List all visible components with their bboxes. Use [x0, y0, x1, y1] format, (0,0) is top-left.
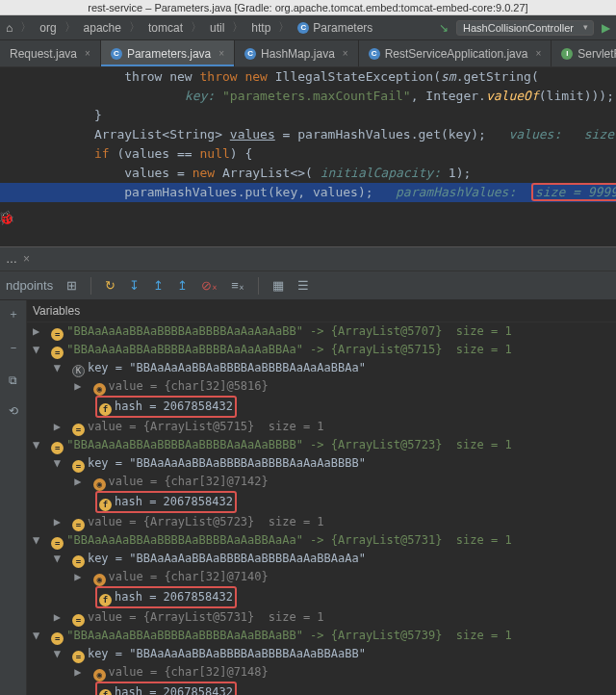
expand-icon[interactable]: ▶: [54, 608, 65, 627]
map-entry[interactable]: ▼ ="BBAaAaAaBBAaBBBBAaBBBBAaAaAaBBBB" ->…: [33, 436, 616, 454]
map-entry[interactable]: ▼ ="BBAaAaAaBBAaBBBBAaBBBBAaAaAaBBAa" ->…: [33, 341, 616, 359]
window-title: rest-service – Parameters.java [Gradle: …: [0, 0, 616, 15]
code-text: = paramHashValues.get(key);: [275, 127, 509, 142]
collapse-icon[interactable]: ▼: [54, 550, 65, 568]
code-text: valueOf: [486, 89, 539, 103]
tab-servlet[interactable]: IServletRequest.java: [552, 40, 616, 66]
crumb-class[interactable]: Parameters: [313, 21, 372, 35]
restart-icon[interactable]: ↻: [105, 278, 116, 293]
expand-icon[interactable]: ▶: [33, 322, 44, 341]
tree-item[interactable]: ▶ =value = {ArrayList@5715} size = 1: [33, 418, 616, 436]
code-text: (: [433, 69, 441, 84]
map-entry[interactable]: ▶ ="BBAaAaAaBBAaBBBBAaBBBBAaAaAaAaBB" ->…: [33, 322, 616, 341]
collapse-icon[interactable]: ▼: [33, 627, 44, 645]
step-into-icon[interactable]: ↥: [153, 278, 164, 293]
variables-tree[interactable]: ▶ ="BBAaAaAaBBAaBBBBAaBBBBAaAaAaAaBB" ->…: [0, 322, 616, 695]
breakpoint-icon[interactable]: 🐞: [0, 208, 14, 227]
tree-item[interactable]: fhash = 2067858432: [33, 396, 616, 418]
tree-item[interactable]: ▶ =value = {ArrayList@5731} size = 1: [33, 608, 616, 627]
chevron-right-icon: 〉: [16, 19, 36, 36]
collapse-icon[interactable]: ▼: [33, 341, 44, 359]
code-hint: initialCapacity:: [321, 166, 449, 180]
code-text: .getString(: [456, 69, 539, 84]
separator: [90, 277, 91, 295]
debug-toolbar: ndpoints ⊞ ↻ ↧ ↥ ↥ ⊘ₓ ≡ₓ ▦ ☰: [0, 271, 616, 300]
evaluate-icon[interactable]: ≡ₓ: [231, 278, 244, 293]
breadcrumb: ⌂ 〉 org 〉 apache 〉 tomcat 〉 util 〉 http …: [0, 15, 616, 40]
remove-watch-icon[interactable]: －: [8, 340, 19, 356]
add-watch-icon[interactable]: ＋: [8, 306, 19, 322]
entry-icon: =: [72, 424, 85, 436]
home-icon[interactable]: ⌂: [6, 21, 13, 35]
collapse-icon[interactable]: ▼: [54, 454, 65, 473]
crumb-tomcat[interactable]: tomcat: [148, 21, 183, 35]
expand-icon[interactable]: ▶: [74, 663, 86, 682]
endpoints-label[interactable]: ndpoints: [6, 278, 53, 293]
build-icon[interactable]: ↘: [439, 21, 449, 35]
code-editor[interactable]: 🐞 throw new throw new IllegalStateExcept…: [0, 67, 616, 246]
tree-item[interactable]: ▼ =key = "BBAaAaAaBBAaBBBBAaBBBBAaAaBBAa…: [33, 550, 616, 568]
tree-item[interactable]: ▶ ◉value = {char[32]@7142}: [33, 473, 616, 491]
settings-icon[interactable]: ▦: [272, 278, 284, 293]
expand-icon[interactable]: ▶: [74, 568, 86, 586]
expand-icon[interactable]: ▶: [54, 513, 65, 531]
editor-tabs: Request.java× CParameters.java× CHashMap…: [0, 40, 616, 67]
expand-icon[interactable]: ▶: [54, 418, 65, 436]
tab-label: Parameters.java: [127, 47, 211, 61]
code-hint: key:: [185, 89, 222, 103]
code-text: throw new: [4, 69, 200, 84]
more-icon[interactable]: ☰: [297, 278, 309, 293]
tree-item[interactable]: ▶ =value = {ArrayList@5723} size = 1: [33, 513, 616, 531]
collapse-icon[interactable]: ▼: [33, 531, 44, 550]
tab-restapp[interactable]: CRestServiceApplication.java×: [359, 40, 552, 66]
crumb-util[interactable]: util: [210, 21, 224, 35]
crumb-org[interactable]: org: [39, 21, 56, 35]
collapse-icon[interactable]: ▼: [54, 359, 65, 377]
tree-item[interactable]: fhash = 2067858432: [33, 491, 616, 513]
close-icon[interactable]: ×: [23, 252, 30, 266]
collapse-icon[interactable]: ▼: [33, 436, 44, 454]
tree-item[interactable]: ▼ Kkey = "BBAaAaAaBBAaBBBBAaBBBBAaAaAaBB…: [33, 359, 616, 377]
tree-item[interactable]: ▶ ◉value = {char[32]@5816}: [33, 377, 616, 396]
expand-icon[interactable]: ▶: [74, 377, 86, 396]
map-entry[interactable]: ▼ ="BBAaAaAaBBAaBBBBAaBBBBAaAaBBAaAa" ->…: [33, 531, 616, 550]
step-over-icon[interactable]: ↧: [129, 278, 140, 293]
separator: [258, 277, 259, 295]
tree-item[interactable]: ▶ ◉value = {char[32]@7148}: [33, 663, 616, 682]
tree-item[interactable]: ▼ =key = "BBAaAaAaBBAaBBBBAaBBBBAaAaBBAa…: [33, 645, 616, 663]
collapse-icon[interactable]: ▼: [54, 645, 65, 663]
link-icon[interactable]: ⟲: [9, 404, 18, 418]
tab-label: Request.java: [10, 47, 77, 61]
code-text: }: [0, 106, 616, 125]
code-text: IllegalStateException: [275, 69, 433, 84]
layout-icon[interactable]: ⊞: [66, 278, 77, 293]
run-button[interactable]: ▶: [602, 21, 610, 35]
close-icon[interactable]: ×: [85, 48, 90, 59]
entry-text: "BBAaAaAaBBAaBBBBAaBBBBAaAaBBAaBB" -> {A…: [66, 629, 511, 642]
close-icon[interactable]: ×: [343, 48, 348, 59]
expand-icon[interactable]: ▶: [74, 473, 86, 491]
debug-tool-tab[interactable]: … ×: [0, 246, 616, 271]
field-icon: f: [99, 403, 112, 416]
code-text: if: [94, 146, 116, 161]
run-config-selector[interactable]: HashCollisionController: [456, 20, 594, 36]
tab-parameters[interactable]: CParameters.java×: [101, 40, 235, 66]
tree-item[interactable]: ▶ ◉value = {char[32]@7140}: [33, 568, 616, 586]
crumb-apache[interactable]: apache: [84, 21, 121, 35]
crumb-http[interactable]: http: [251, 21, 270, 35]
entry-icon: =: [51, 537, 64, 550]
chevron-right-icon: 〉: [228, 19, 247, 36]
tab-request[interactable]: Request.java×: [0, 40, 101, 66]
mute-breakpoints-icon[interactable]: ⊘ₓ: [201, 278, 218, 293]
variables-header: Variables: [0, 300, 616, 322]
tree-item[interactable]: fhash = 2067858432: [33, 682, 616, 695]
hash-value: hash = 2067858432: [115, 495, 233, 508]
copy-icon[interactable]: ⧉: [9, 373, 17, 387]
close-icon[interactable]: ×: [535, 48, 541, 59]
tab-hashmap[interactable]: CHashMap.java×: [235, 40, 359, 66]
map-entry[interactable]: ▼ ="BBAaAaAaBBAaBBBBAaBBBBAaAaBBAaBB" ->…: [33, 627, 616, 645]
tree-item[interactable]: ▼ =key = "BBAaAaAaBBAaBBBBAaBBBBAaAaAaBB…: [33, 454, 616, 473]
tree-item[interactable]: fhash = 2067858432: [33, 586, 616, 608]
close-icon[interactable]: ×: [218, 48, 224, 59]
step-out-icon[interactable]: ↥: [177, 278, 188, 293]
